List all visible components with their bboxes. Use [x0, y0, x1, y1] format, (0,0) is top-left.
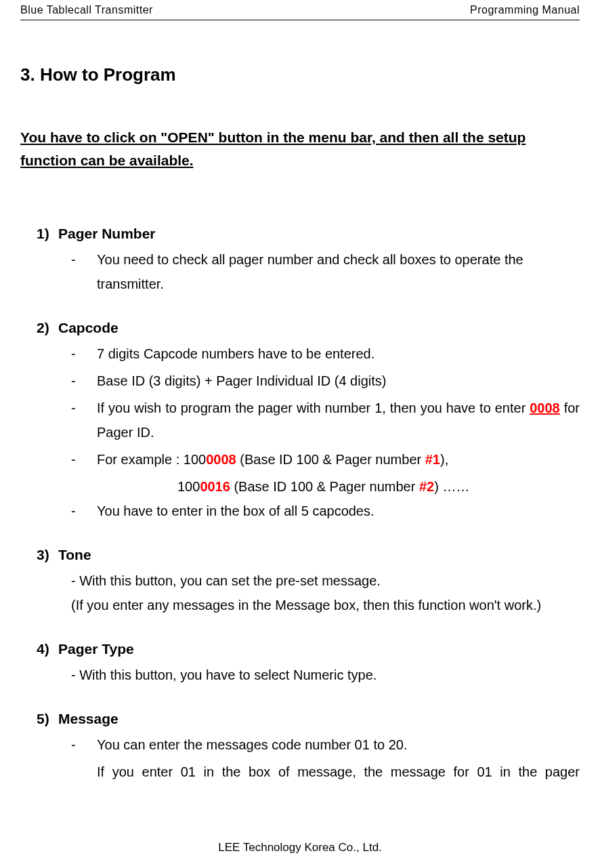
section-line: - With this button, you have to select N… [71, 663, 580, 687]
capcode-value-red: 0008 [206, 452, 236, 467]
bullet-text: For example : 1000008 (Base ID 100 & Pag… [97, 447, 580, 472]
pager-number-red: #2 [419, 479, 434, 494]
bullet-text: You can enter the messages code number 0… [97, 732, 580, 757]
section-line: (If you enter any messages in the Messag… [71, 593, 580, 617]
bullet-text: You have to enter in the box of all 5 ca… [97, 499, 580, 523]
section-number: 1) [37, 226, 58, 242]
list-item: - 7 digits Capcode numbers have to be en… [71, 342, 580, 366]
section-name: Tone [58, 547, 91, 562]
bullet-text: 7 digits Capcode numbers have to be ente… [97, 342, 580, 366]
section-heading: 3. How to Program [20, 64, 580, 85]
text-mid: (Base ID 100 & Pager number [230, 479, 419, 494]
section-name: Pager Number [58, 226, 156, 241]
section-number: 2) [37, 320, 58, 336]
section-title: 5)Message [37, 711, 580, 727]
bullet-dash: - [71, 499, 97, 523]
section-title: 4)Pager Type [37, 641, 580, 657]
text-pre: If you wish to program the pager with nu… [97, 400, 530, 415]
page-footer: LEE Technology Korea Co., Ltd. [0, 841, 600, 854]
pager-number-red: #1 [425, 452, 440, 467]
message-continuation: If you enter 01 in the box of message, t… [97, 760, 580, 784]
section-line: - With this button, you can set the pre-… [71, 569, 580, 593]
section-number: 3) [37, 547, 58, 563]
section-title: 2)Capcode [37, 320, 580, 336]
text-end: ), [440, 452, 448, 467]
section-capcode: 2)Capcode - 7 digits Capcode numbers hav… [20, 320, 580, 523]
list-item: - If you wish to program the pager with … [71, 396, 580, 445]
page-header: Blue Tablecall Transmitter Programming M… [20, 0, 580, 20]
bullet-text: You need to check all pager number and c… [97, 247, 580, 296]
section-name: Pager Type [58, 641, 134, 657]
bullet-dash: - [71, 247, 97, 296]
list-item: - You can enter the messages code number… [71, 732, 580, 757]
text-mid: (Base ID 100 & Pager number [236, 452, 425, 467]
bullet-dash: - [71, 342, 97, 366]
bullet-text: If you wish to program the pager with nu… [97, 396, 580, 445]
section-pager-number: 1)Pager Number - You need to check all p… [20, 226, 580, 296]
example-line-2: 1000016 (Base ID 100 & Pager number #2) … [177, 474, 580, 499]
section-number: 4) [37, 641, 58, 657]
header-right-text: Programming Manual [470, 4, 580, 16]
header-left-text: Blue Tablecall Transmitter [20, 4, 153, 16]
text-pre: 100 [177, 479, 200, 494]
list-item: - Base ID (3 digits) + Pager Individual … [71, 369, 580, 393]
section-title: 1)Pager Number [37, 226, 580, 242]
intro-text: You have to click on "OPEN" button in th… [20, 126, 580, 171]
section-pager-type: 4)Pager Type - With this button, you hav… [20, 641, 580, 687]
bullet-text: Base ID (3 digits) + Pager Individual ID… [97, 369, 580, 393]
section-name: Message [58, 711, 119, 726]
bullet-dash: - [71, 732, 97, 757]
bullet-dash: - [71, 369, 97, 393]
list-item: - You need to check all pager number and… [71, 247, 580, 296]
capcode-value-red: 0008 [530, 400, 560, 415]
bullet-dash: - [71, 447, 97, 472]
section-tone: 3)Tone - With this button, you can set t… [20, 547, 580, 617]
list-item: - You have to enter in the box of all 5 … [71, 499, 580, 523]
section-title: 3)Tone [37, 547, 580, 563]
bullet-dash: - [71, 396, 97, 445]
list-item: - For example : 1000008 (Base ID 100 & P… [71, 447, 580, 472]
section-name: Capcode [58, 320, 119, 335]
text-end: ) …… [434, 479, 469, 494]
text-pre: For example : 100 [97, 452, 206, 467]
section-number: 5) [37, 711, 58, 727]
section-message: 5)Message - You can enter the messages c… [20, 711, 580, 784]
capcode-value-red: 0016 [200, 479, 230, 494]
